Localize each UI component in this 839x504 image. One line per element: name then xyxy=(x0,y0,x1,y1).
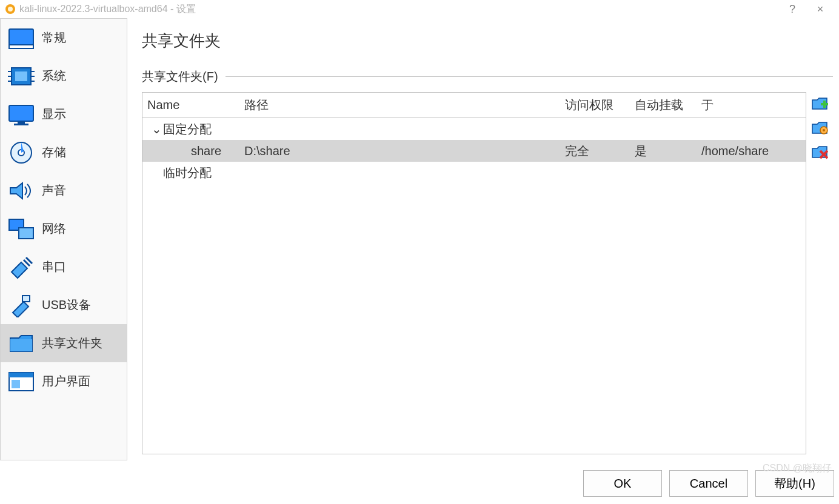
svg-rect-25 xyxy=(823,101,826,108)
system-icon xyxy=(7,62,36,91)
app-icon xyxy=(5,4,16,15)
cell-access: 完全 xyxy=(560,141,630,162)
storage-icon xyxy=(7,138,36,167)
svg-rect-5 xyxy=(15,71,27,81)
dialog-buttons: OK Cancel 帮助(H) xyxy=(0,460,839,502)
shared-folders-table[interactable]: Name 路径 访问权限 自动挂载 于 ⌄ 固定分配 share D:\shar… xyxy=(142,92,806,454)
content-pane: 共享文件夹 共享文件夹(F) Name 路径 访问权限 自动挂载 于 ⌄ 固定分… xyxy=(127,18,839,460)
col-name[interactable]: Name xyxy=(142,96,239,114)
svg-rect-22 xyxy=(9,373,33,377)
user-interface-icon xyxy=(7,367,36,396)
network-icon xyxy=(7,214,36,244)
col-automount[interactable]: 自动挂载 xyxy=(630,94,697,116)
cell-name: share xyxy=(142,142,239,161)
col-path[interactable]: 路径 xyxy=(239,94,560,116)
sidebar-item-label: USB设备 xyxy=(42,297,91,313)
settings-sidebar: 常规 系统 显示 存储 声音 xyxy=(0,18,127,460)
ok-button[interactable]: OK xyxy=(583,470,662,497)
edit-folder-button[interactable] xyxy=(811,119,829,137)
add-folder-button[interactable] xyxy=(811,94,829,113)
serial-icon xyxy=(7,253,36,282)
table-row[interactable]: share D:\share 完全 是 /home/share xyxy=(142,140,806,162)
cell-at: /home/share xyxy=(697,142,806,161)
svg-point-1 xyxy=(8,7,13,12)
group-label: 临时分配 xyxy=(163,165,212,181)
svg-rect-18 xyxy=(19,228,33,239)
page-title: 共享文件夹 xyxy=(142,30,833,51)
svg-rect-13 xyxy=(18,121,25,124)
sidebar-item-label: 系统 xyxy=(42,68,66,84)
chevron-down-icon[interactable]: ⌄ xyxy=(150,122,163,136)
table-group-transient[interactable]: ⌄ 临时分配 xyxy=(142,162,806,184)
svg-point-27 xyxy=(823,129,825,131)
group-label: 固定分配 xyxy=(163,121,212,138)
display-icon xyxy=(7,100,36,129)
sidebar-item-serial[interactable]: 串口 xyxy=(1,248,127,286)
cancel-button[interactable]: Cancel xyxy=(669,470,748,497)
section-rule xyxy=(226,76,833,77)
sidebar-item-label: 网络 xyxy=(42,220,66,237)
sidebar-item-general[interactable]: 常规 xyxy=(1,19,127,57)
cell-path: D:\share xyxy=(239,142,560,161)
sidebar-item-label: 显示 xyxy=(42,106,66,122)
sidebar-item-label: 常规 xyxy=(42,30,66,46)
sidebar-item-audio[interactable]: 声音 xyxy=(1,171,127,210)
sidebar-item-label: 用户界面 xyxy=(42,373,90,390)
sidebar-item-label: 存储 xyxy=(42,144,66,161)
sidebar-item-system[interactable]: 系统 xyxy=(1,57,127,95)
col-at[interactable]: 于 xyxy=(697,94,806,116)
svg-rect-19 xyxy=(22,296,30,302)
section-label: 共享文件夹(F) xyxy=(142,68,218,85)
svg-rect-12 xyxy=(9,105,33,121)
svg-rect-3 xyxy=(9,45,33,48)
help-button[interactable]: ? xyxy=(778,3,806,16)
sidebar-item-display[interactable]: 显示 xyxy=(1,95,127,133)
svg-rect-14 xyxy=(14,124,28,125)
table-header: Name 路径 访问权限 自动挂载 于 xyxy=(142,93,806,118)
cell-automount: 是 xyxy=(630,141,697,162)
sidebar-item-storage[interactable]: 存储 xyxy=(1,133,127,171)
sidebar-item-label: 串口 xyxy=(42,259,66,275)
table-tools xyxy=(806,92,833,454)
sidebar-item-label: 共享文件夹 xyxy=(42,335,102,351)
sidebar-item-label: 声音 xyxy=(42,182,66,199)
table-group-fixed[interactable]: ⌄ 固定分配 xyxy=(142,118,806,140)
remove-folder-button[interactable] xyxy=(811,143,829,161)
audio-icon xyxy=(7,176,36,205)
svg-rect-23 xyxy=(12,380,20,388)
svg-rect-20 xyxy=(10,339,32,351)
section-header: 共享文件夹(F) xyxy=(142,68,833,85)
svg-rect-2 xyxy=(9,29,33,45)
sidebar-item-shared-folders[interactable]: 共享文件夹 xyxy=(1,324,127,362)
shared-folders-icon xyxy=(7,329,36,358)
col-access[interactable]: 访问权限 xyxy=(560,94,630,116)
general-icon xyxy=(7,24,36,53)
sidebar-item-user-interface[interactable]: 用户界面 xyxy=(1,362,127,400)
usb-icon xyxy=(7,291,36,320)
help-button[interactable]: 帮助(H) xyxy=(755,470,834,497)
titlebar: kali-linux-2022.3-virtualbox-amd64 - 设置 … xyxy=(0,0,839,18)
window-title: kali-linux-2022.3-virtualbox-amd64 - 设置 xyxy=(19,3,778,16)
sidebar-item-network[interactable]: 网络 xyxy=(1,210,127,248)
sidebar-item-usb[interactable]: USB设备 xyxy=(1,286,127,324)
close-button[interactable]: × xyxy=(806,3,834,16)
